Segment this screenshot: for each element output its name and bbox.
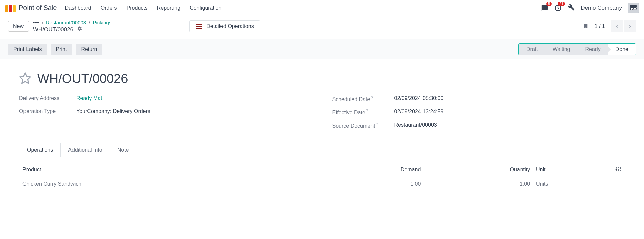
avatar-icon <box>628 3 639 13</box>
col-quantity[interactable]: Quantity <box>424 163 533 177</box>
label-scheduled-date: Scheduled Date? <box>332 95 388 103</box>
help-icon[interactable]: ? <box>376 122 378 127</box>
operations-table: Product Demand Quantity Unit Chicken Cur… <box>19 162 625 191</box>
cell-unit: Units <box>533 177 605 190</box>
record-title: WH/OUT/00026 <box>37 72 128 86</box>
pager-text: 1 / 1 <box>595 23 605 29</box>
app-title[interactable]: Point of Sale <box>19 4 57 12</box>
label-source-document: Source Document? <box>332 122 388 129</box>
nav-right: 5 21 Demo Company <box>541 3 639 13</box>
tabs: Operations Additional Info Note <box>19 143 625 157</box>
svg-point-4 <box>634 7 636 10</box>
label-effective-date: Effective Date? <box>332 109 388 116</box>
record-settings-button[interactable] <box>77 26 82 33</box>
pager-next-button[interactable] <box>624 20 636 32</box>
detailed-operations-button[interactable]: Detailed Operations <box>189 20 260 32</box>
col-unit[interactable]: Unit <box>533 163 605 177</box>
table-options-button[interactable] <box>615 166 622 173</box>
activities-badge: 21 <box>558 2 565 6</box>
list-icon <box>196 24 202 29</box>
record-card: WH/OUT/00026 Delivery Address Ready Mat … <box>8 59 636 191</box>
breadcrumb: ••• / Restaurant/00003 / Pickings <box>33 19 111 25</box>
status-done[interactable]: Done <box>608 44 636 55</box>
new-button[interactable]: New <box>8 21 29 32</box>
company-name[interactable]: Demo Company <box>581 5 622 11</box>
subheader: New ••• / Restaurant/00003 / Pickings WH… <box>0 16 644 39</box>
breadcrumb-restaurant[interactable]: Restaurant/00003 <box>46 19 86 25</box>
col-product[interactable]: Product <box>20 163 351 177</box>
messages-button[interactable]: 5 <box>541 4 548 12</box>
user-avatar[interactable] <box>628 3 639 13</box>
status-waiting[interactable]: Waiting <box>545 44 578 55</box>
label-delivery-address: Delivery Address <box>19 95 69 102</box>
value-source-document: Restaurant/00003 <box>394 122 437 128</box>
status-draft[interactable]: Draft <box>519 44 545 55</box>
value-effective-date: 02/09/2024 13:24:59 <box>394 109 444 115</box>
svg-rect-1 <box>628 3 639 13</box>
gear-icon <box>77 26 82 31</box>
messages-badge: 5 <box>546 2 552 6</box>
value-scheduled-date: 02/09/2024 05:30:00 <box>394 95 444 102</box>
nav-configuration[interactable]: Configuration <box>190 5 221 11</box>
breadcrumb-sep: / <box>89 19 90 25</box>
svg-point-3 <box>630 7 633 10</box>
action-bar: Print Labels Print Return Draft Waiting … <box>0 39 644 59</box>
detailed-operations-label: Detailed Operations <box>206 23 254 29</box>
wrench-icon <box>568 4 575 11</box>
breadcrumb-overflow[interactable]: ••• <box>33 19 39 25</box>
print-button[interactable]: Print <box>51 44 72 55</box>
activities-button[interactable]: 21 <box>554 4 562 12</box>
tab-note[interactable]: Note <box>110 143 137 157</box>
chevron-right-icon <box>628 24 632 29</box>
help-icon[interactable]: ? <box>371 95 373 100</box>
nav-reporting[interactable]: Reporting <box>157 5 180 11</box>
chevron-left-icon <box>615 24 620 29</box>
pager-prev-button[interactable] <box>611 20 623 32</box>
sliders-icon <box>615 166 622 172</box>
breadcrumb-current: WH/OUT/00026 <box>33 26 73 33</box>
help-icon[interactable]: ? <box>366 109 368 113</box>
print-labels-button[interactable]: Print Labels <box>8 44 47 55</box>
bookmark-button[interactable] <box>583 22 589 31</box>
tab-additional-info[interactable]: Additional Info <box>61 143 110 157</box>
cell-quantity: 1.00 <box>424 177 533 190</box>
tab-operations[interactable]: Operations <box>19 143 61 157</box>
star-icon <box>19 72 31 84</box>
app-logo-icon[interactable] <box>5 4 16 12</box>
breadcrumb-sep: / <box>42 19 43 25</box>
label-operation-type: Operation Type <box>19 108 69 114</box>
nav-products[interactable]: Products <box>127 5 148 11</box>
value-operation-type: YourCompany: Delivery Orders <box>76 108 150 114</box>
status-ready[interactable]: Ready <box>578 44 608 55</box>
cell-demand: 1.00 <box>351 177 424 190</box>
nav-links: Dashboard Orders Products Reporting Conf… <box>65 5 221 11</box>
favorite-toggle[interactable] <box>19 72 31 85</box>
status-flow: Draft Waiting Ready Done <box>518 43 636 55</box>
breadcrumb-pickings[interactable]: Pickings <box>93 19 111 25</box>
table-row[interactable]: Chicken Curry Sandwich 1.00 1.00 Units <box>20 177 624 190</box>
cell-product: Chicken Curry Sandwich <box>20 177 351 190</box>
col-demand[interactable]: Demand <box>351 163 424 177</box>
nav-dashboard[interactable]: Dashboard <box>65 5 91 11</box>
bookmark-icon <box>583 22 589 30</box>
return-button[interactable]: Return <box>76 44 102 55</box>
nav-orders[interactable]: Orders <box>101 5 117 11</box>
value-delivery-address[interactable]: Ready Mat <box>76 95 102 102</box>
tools-button[interactable] <box>568 4 575 12</box>
top-nav: Point of Sale Dashboard Orders Products … <box>0 0 644 16</box>
